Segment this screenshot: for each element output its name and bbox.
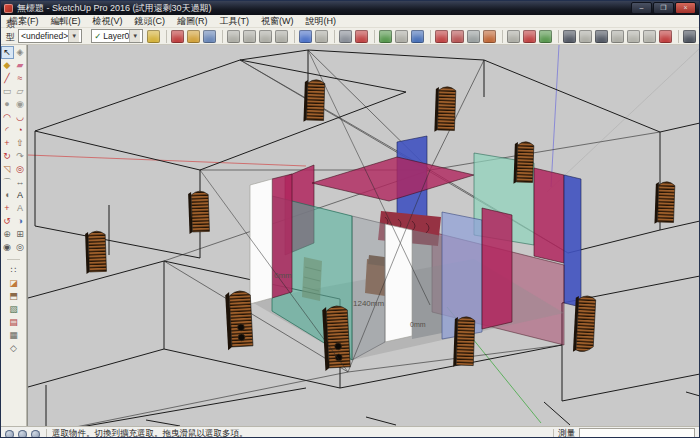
sandbox-tool[interactable]: ◇ — [7, 342, 20, 355]
two-point-arc-tool[interactable]: ◡ — [14, 111, 27, 124]
move-tool[interactable]: + — [1, 137, 14, 150]
zoom-extents-tool[interactable]: ⊞ — [14, 228, 27, 241]
person-icon — [411, 30, 424, 43]
menu-help[interactable]: 說明(H) — [300, 15, 343, 28]
paste-icon — [259, 30, 272, 43]
redo-icon — [315, 30, 328, 43]
speaker — [322, 305, 350, 371]
materials-icon — [451, 30, 464, 43]
dimension-label-center: 1240mm — [353, 299, 384, 308]
classification-type-value: <undefined> — [21, 31, 68, 41]
dimension-tool[interactable]: ↔ — [14, 176, 27, 189]
look-around-tool[interactable]: ◎ — [14, 241, 27, 254]
rectangle-tool[interactable]: ▭ — [1, 85, 14, 98]
model-info-icon — [171, 30, 184, 43]
check-icon: ✓ — [94, 31, 101, 41]
photo-texture-tool[interactable]: ▦ — [7, 329, 20, 342]
get-models-tool[interactable]: ⬒ — [7, 290, 20, 303]
layer-value: Layer0 — [103, 31, 129, 41]
erase-icon — [275, 30, 288, 43]
three-point-arc-tool[interactable]: ◜ — [1, 124, 14, 137]
toolbar-icons — [147, 30, 700, 43]
scenes-icon — [483, 30, 496, 43]
menu-window[interactable]: 視窗(W) — [255, 15, 300, 28]
divider — [46, 429, 47, 438]
model-scene[interactable]: 0mm 1240mm 0mm — [28, 45, 700, 426]
map-tool[interactable]: ▤ — [7, 316, 20, 329]
pan-tool[interactable]: ◑ — [14, 215, 27, 228]
arc-tool[interactable]: ◠ — [1, 111, 14, 124]
make-component-tool[interactable]: ◈ — [14, 46, 27, 59]
line-tool[interactable]: ╱ — [1, 72, 14, 85]
paint-bucket-tool[interactable]: ◆ — [1, 59, 14, 72]
model-viewport[interactable]: 0mm 1240mm 0mm — [27, 45, 699, 426]
cut-icon — [227, 30, 240, 43]
follow-me-tool[interactable]: ↷ — [14, 150, 27, 163]
speaker — [654, 181, 674, 224]
status-message: 選取物件。切換到擴充選取。拖曳滑鼠以選取多項。 — [52, 428, 553, 438]
rotate-tool[interactable]: ↻ — [1, 150, 14, 163]
speaker — [225, 290, 253, 350]
menu-view[interactable]: 檢視(V) — [87, 15, 129, 28]
delete-guides-icon — [659, 30, 672, 43]
geolocation-icon[interactable] — [5, 430, 14, 438]
push-pull-tool[interactable]: ⇧ — [14, 137, 27, 150]
toolbar: 類型 : <undefined> ▼ ✓ Layer0 ▼ — [1, 28, 699, 45]
title-bar: 無標題 - SketchUp Pro 2016 (試用還剩30天過期) – ❐ … — [1, 1, 699, 15]
menu-draw[interactable]: 繪圖(R) — [171, 15, 214, 28]
close-button[interactable]: × — [675, 2, 696, 14]
sketchup-window: 無標題 - SketchUp Pro 2016 (試用還剩30天過期) – ❐ … — [0, 0, 700, 438]
divider — [553, 429, 554, 438]
axes-tool[interactable]: + — [1, 202, 14, 215]
tape-measure-tool[interactable]: ⌒ — [1, 176, 14, 189]
walk-tool[interactable]: ∷ — [7, 264, 20, 277]
window-title: 無標題 - SketchUp Pro 2016 (試用還剩30天過期) — [17, 2, 631, 15]
freehand-tool[interactable]: ≈ — [14, 72, 27, 85]
status-bar: 選取物件。切換到擴充選取。拖曳滑鼠以選取多項。 測量 — [1, 426, 699, 438]
menu-camera[interactable]: 鏡頭(C) — [129, 15, 172, 28]
position-texture-icon — [523, 30, 536, 43]
section-plane-tool[interactable]: ◪ — [7, 277, 20, 290]
text-tool[interactable]: A — [14, 189, 27, 202]
menu-edit[interactable]: 編輯(E) — [45, 15, 87, 28]
eraser-tool[interactable]: ▰ — [14, 59, 27, 72]
dimension-label-right: 0mm — [410, 321, 426, 328]
layout-icon — [355, 30, 368, 43]
section-toolbar-icon — [595, 30, 608, 43]
credits-icon[interactable] — [18, 430, 27, 438]
protractor-tool[interactable]: ◖ — [1, 189, 14, 202]
position-camera-tool[interactable]: ◉ — [1, 241, 14, 254]
rotated-rectangle-tool[interactable]: ▱ — [14, 85, 27, 98]
paint-icon — [435, 30, 448, 43]
minimize-button[interactable]: – — [631, 2, 652, 14]
speaker — [453, 316, 475, 367]
select-tool[interactable]: ↖ — [1, 46, 14, 59]
warehouse-icon — [683, 30, 696, 43]
pie-tool[interactable]: ◔ — [14, 124, 27, 137]
measurements-label: 測量 — [558, 428, 575, 438]
circle-tool[interactable]: ● — [1, 98, 14, 111]
measurements-input[interactable] — [579, 428, 695, 438]
print-icon — [339, 30, 352, 43]
layer-dropdown[interactable]: ✓ Layer0 ▼ — [91, 29, 143, 43]
dimension-label-left: 0mm — [274, 271, 292, 280]
3d-text-tool[interactable]: A — [14, 202, 27, 215]
chevron-down-icon: ▼ — [68, 30, 79, 42]
scale-tool[interactable]: ◹ — [1, 163, 14, 176]
claim-icon[interactable] — [31, 430, 40, 438]
copy-icon — [243, 30, 256, 43]
polygon-tool[interactable]: ◉ — [14, 98, 27, 111]
menu-tools[interactable]: 工具(T) — [214, 15, 256, 28]
shadows-icon — [467, 30, 480, 43]
speaker — [434, 86, 456, 132]
zoom-tool[interactable]: ⊕ — [1, 228, 14, 241]
maximize-button[interactable]: ❐ — [653, 2, 674, 14]
classifier-icon — [147, 30, 160, 43]
menu-bar: 檔案(F) 編輯(E) 檢視(V) 鏡頭(C) 繪圖(R) 工具(T) 視窗(W… — [1, 15, 699, 28]
offset-tool[interactable]: ◎ — [14, 163, 27, 176]
share-model-tool[interactable]: ▧ — [7, 303, 20, 316]
sketchup-app-icon — [4, 4, 13, 13]
undo-icon — [299, 30, 312, 43]
classification-type-dropdown[interactable]: <undefined> ▼ — [18, 29, 82, 43]
orbit-tool[interactable]: ↺ — [1, 215, 14, 228]
